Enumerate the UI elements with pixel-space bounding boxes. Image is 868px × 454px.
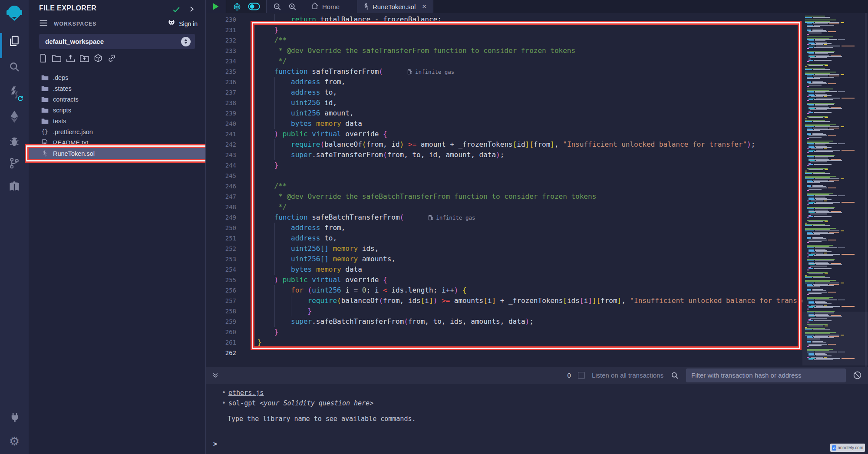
search-icon [8,61,20,75]
code-line-254[interactable]: bytes memory data [257,264,362,275]
code-line-238[interactable]: uint256 id, [257,98,337,108]
terminal-link[interactable]: ethers.js [228,389,264,397]
code-line-251[interactable]: address to, [257,233,337,243]
sidebar-item-search[interactable] [0,61,29,75]
plug-icon [9,411,20,425]
code-line-256[interactable]: for (uint256 i = 0; i < ids.length; i++)… [257,285,467,296]
upload-folder-icon[interactable] [80,54,89,63]
link-icon[interactable] [107,54,116,63]
code-line-246[interactable]: /** [257,181,287,191]
zoom-out-icon[interactable] [273,2,282,11]
home-icon [311,2,319,11]
sidebar-item-plugin-connector[interactable] [0,411,29,425]
code-line-240[interactable]: bytes memory data [257,118,362,129]
code-line-261[interactable]: } [257,337,262,348]
sidebar-item-git[interactable] [0,157,29,171]
tab-close-icon[interactable]: ✕ [422,3,427,10]
sidebar-item-file-explorer[interactable] [0,35,29,49]
folder-icon [41,118,49,124]
compiler-refresh-icon [17,95,23,103]
new-file-icon[interactable] [39,54,47,63]
file-row-scripts[interactable]: scripts [29,105,205,115]
code-editor[interactable]: 2302312322332342352362372382392402412422… [206,13,868,367]
file-row-runetoken-sol[interactable]: RuneToken.sol [29,148,205,159]
sidebar-item-plugin-manager[interactable] [0,181,29,194]
sidebar-item-settings[interactable]: ⚙ [0,435,29,447]
code-line-239[interactable]: uint256 amount, [257,108,354,118]
editor-scrollbar[interactable] [865,13,867,367]
code-line-247[interactable]: * @dev Override the safeBatchTransferFro… [257,191,596,202]
zoom-controls [267,2,303,11]
code-line-230[interactable]: return totalBalance - frozenBalance; [257,14,442,25]
publish-box-icon[interactable] [94,54,102,63]
remix-logo-icon[interactable] [5,3,24,23]
code-line-255[interactable]: ) public virtual override { [257,275,387,285]
check-icon [172,5,181,16]
code-line-258[interactable]: } [257,306,312,316]
upload-file-icon[interactable] [66,54,75,63]
sidebar-item-debugger[interactable] [0,135,29,149]
sign-in-button[interactable]: Sign in [167,20,198,29]
code-line-235[interactable]: function safeTransferFrom(infinite gas [257,66,454,77]
code-line-243[interactable]: super.safeTransferFrom(from, to, id, amo… [257,150,504,160]
code-line-234[interactable]: */ [257,56,287,66]
hamburger-menu-icon[interactable] [39,20,48,28]
file-list: .deps.statescontractsscriptstests{}.pret… [29,72,205,159]
gas-estimate-widget: infinite gas [428,213,475,223]
code-line-249[interactable]: function safeBatchTransferFrom(infinite … [257,212,475,223]
terminal-expand-icon[interactable] [212,372,219,379]
terminal-output[interactable]: •ethers.js•sol-gpt <your Solidity questi… [206,384,868,454]
ai-robot-icon[interactable] [232,2,242,11]
code-line-259[interactable]: super.safeBatchTransferFrom(from, to, id… [257,316,534,327]
ai-toggle-icon[interactable] [248,3,260,10]
watermark-logo: A [832,445,836,451]
code-line-237[interactable]: address to, [257,87,337,98]
clear-console-icon[interactable] [853,371,862,380]
editor-minimap[interactable] [802,13,868,367]
folder-icon [41,96,49,102]
file-toolbar [39,54,116,63]
run-script-button[interactable] [211,2,220,11]
code-line-236[interactable]: address from, [257,77,345,87]
file-row-readme-txt[interactable]: README.txt [29,137,205,148]
code-line-257[interactable]: require(balanceOf(from, ids[i]) >= amoun… [257,296,802,306]
file-row--prettierrc-json[interactable]: {}.prettierrc.json [29,126,205,137]
sidebar-item-solidity-compiler[interactable] [0,86,29,101]
transaction-count: 0 [568,372,571,379]
zoom-in-icon[interactable] [288,2,297,11]
braces-icon: {} [41,128,49,135]
listen-transactions-checkbox[interactable] [578,372,585,379]
folder-icon [41,74,49,81]
listen-transactions-label: Listen on all transactions [592,372,663,379]
code-line-250[interactable]: address from, [257,223,345,233]
code-line-231[interactable]: } [257,25,278,35]
solidity-file-icon [363,3,369,10]
code-line-248[interactable]: */ [257,202,287,212]
fuel-pump-icon [428,215,433,220]
workspace-select[interactable]: default_workspace [39,34,195,49]
file-row--states[interactable]: .states [29,83,205,94]
code-line-232[interactable]: /** [257,35,287,46]
transaction-filter-input[interactable] [686,368,846,382]
code-line-241[interactable]: ) public virtual override { [257,129,387,139]
file-name: tests [53,118,66,125]
code-line-260[interactable]: } [257,327,278,337]
tab-home[interactable]: Home [303,0,347,13]
file-row-tests[interactable]: tests [29,115,205,126]
file-row--deps[interactable]: .deps [29,72,205,83]
new-folder-icon[interactable] [52,54,61,63]
code-line-242[interactable]: require(balanceOf(from, id) >= amount + … [257,139,755,150]
terminal-search-icon[interactable] [670,371,679,380]
code-line-252[interactable]: uint256[] memory ids, [257,243,379,254]
file-row-contracts[interactable]: contracts [29,94,205,105]
sidebar-item-deploy-run[interactable] [0,110,29,125]
code-line-244[interactable]: } [257,160,278,171]
file-name: .deps [53,74,68,81]
terminal-line: Type the library name to see available c… [222,415,416,423]
terminal-line: •ethers.js [222,389,264,397]
code-line-253[interactable]: uint256[] memory amounts, [257,254,396,264]
chevron-right-icon[interactable] [188,5,195,15]
code-line-233[interactable]: * @dev Override the safeTransferFrom fun… [257,46,575,56]
terminal-prompt[interactable]: > [213,440,217,448]
tab-runetoken[interactable]: RuneToken.sol ✕ [357,0,433,13]
